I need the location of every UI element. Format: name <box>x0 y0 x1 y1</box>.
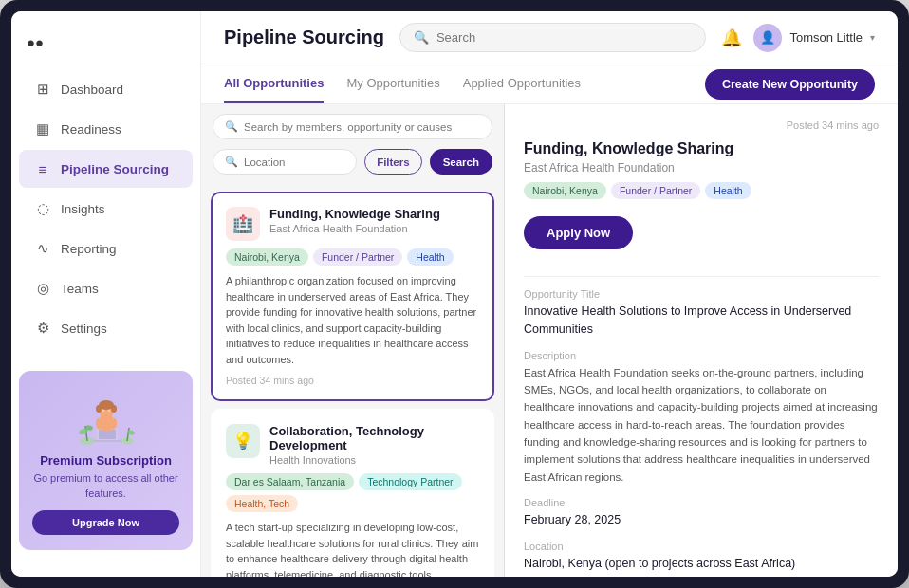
location-label: Location <box>524 541 879 552</box>
tab-applied-opportunities[interactable]: Applied Opportunities <box>463 64 581 103</box>
readiness-icon: ▦ <box>34 120 51 138</box>
create-opportunity-button[interactable]: Create New Opportunity <box>705 69 875 100</box>
detail-title: Funding, Knowledge Sharing <box>524 140 879 157</box>
svg-point-16 <box>108 410 110 412</box>
tag: Nairobi, Kenya <box>524 182 606 199</box>
sidebar-item-reporting[interactable]: ∿ Reporting <box>19 230 193 267</box>
description-field: Description East Africa Health Foundatio… <box>524 350 879 487</box>
left-panel: 🔍 🔍 Filters Search <box>201 104 505 577</box>
location-field: Location Nairobi, Kenya (open to project… <box>524 541 879 573</box>
card-title: Funding, Knowledge Sharing <box>269 207 440 221</box>
premium-description: Go premium to access all other features. <box>32 471 179 501</box>
card-tags: Dar es Salaam, Tanzania Technology Partn… <box>226 473 479 512</box>
sidebar-item-insights[interactable]: ◌ Insights <box>19 190 193 228</box>
right-panel: Posted 34 mins ago Funding, Knowledge Sh… <box>505 104 898 577</box>
card-header: 🏥 Funding, Knowledge Sharing East Africa… <box>226 207 479 241</box>
pipeline-icon: ≡ <box>34 160 51 177</box>
teams-icon: ◎ <box>34 280 51 297</box>
premium-title: Premium Subscription <box>32 453 179 468</box>
opportunity-search-bar[interactable]: 🔍 <box>213 114 492 139</box>
card-org: Health Innovations <box>269 454 479 466</box>
detail-posted-time: Posted 34 mins ago <box>524 119 879 131</box>
opportunity-card[interactable]: 🏥 Funding, Knowledge Sharing East Africa… <box>211 192 494 401</box>
card-header: 💡 Collaboration, Technology Development … <box>226 424 479 466</box>
header-actions: 🔔 👤 Tomson Little ▾ <box>721 24 875 52</box>
detail-tags: Nairobi, Kenya Funder / Partner Health <box>524 182 879 199</box>
sidebar-bottom: Premium Subscription Go premium to acces… <box>11 359 200 561</box>
location-value: Nairobi, Kenya (open to projects across … <box>524 555 879 573</box>
user-chip[interactable]: 👤 Tomson Little ▾ <box>753 24 875 52</box>
svg-point-15 <box>102 410 104 412</box>
sidebar-item-pipeline[interactable]: ≡ Pipeline Sourcing <box>19 150 193 188</box>
card-logo: 🏥 <box>226 207 260 241</box>
sidebar: ●● ⊞ Dashboard ▦ Readiness ≡ Pipeline So… <box>11 11 201 577</box>
header-search-input[interactable] <box>436 30 692 45</box>
filters-button[interactable]: Filters <box>364 149 422 175</box>
tabs-row: All Opportunities My Opportunities Appli… <box>201 64 898 104</box>
cards-list: 🏥 Funding, Knowledge Sharing East Africa… <box>201 184 504 577</box>
tab-all-opportunities[interactable]: All Opportunities <box>224 64 324 103</box>
detail-org: East Africa Health Foundation <box>524 161 879 175</box>
card-time: Posted 34 mins ago <box>226 375 479 386</box>
tab-my-opportunities[interactable]: My Opportunities <box>346 64 439 103</box>
opportunity-card[interactable]: 💡 Collaboration, Technology Development … <box>211 409 494 577</box>
opportunity-title-value: Innovative Health Solutions to Improve A… <box>524 303 879 339</box>
location-search-bar[interactable]: 🔍 <box>213 149 357 175</box>
opportunity-title-field: Opportunity Title Innovative Health Solu… <box>524 288 879 339</box>
premium-box: Premium Subscription Go premium to acces… <box>19 371 193 550</box>
tag: Technology Partner <box>359 473 461 490</box>
reporting-icon: ∿ <box>34 240 51 257</box>
opportunity-search-input[interactable] <box>244 121 480 133</box>
search-icon: 🔍 <box>414 30 429 45</box>
tag: Dar es Salaam, Tanzania <box>226 473 354 490</box>
description-label: Description <box>524 350 879 361</box>
card-logo: 💡 <box>226 424 260 458</box>
user-name: Tomson Little <box>789 30 863 45</box>
top-header: Pipeline Sourcing 🔍 🔔 👤 Tomson Little ▾ <box>201 11 898 64</box>
app-logo: ●● <box>11 27 200 69</box>
svg-point-14 <box>111 405 117 413</box>
divider <box>524 276 879 277</box>
insights-icon: ◌ <box>34 200 51 217</box>
settings-icon: ⚙ <box>34 320 51 337</box>
description-value: East Africa Health Foundation seeks on-t… <box>524 364 879 487</box>
filter-row: 🔍 <box>201 104 504 149</box>
sidebar-item-settings[interactable]: ⚙ Settings <box>19 309 193 347</box>
card-tags: Nairobi, Kenya Funder / Partner Health <box>226 248 479 266</box>
deadline-field: Deadline February 28, 2025 <box>524 497 879 529</box>
tag: Health <box>705 182 751 199</box>
tag: Funder / Partner <box>313 248 402 266</box>
deadline-label: Deadline <box>524 497 879 508</box>
tag: Nairobi, Kenya <box>226 248 308 266</box>
avatar: 👤 <box>753 24 782 52</box>
header-search-bar[interactable]: 🔍 <box>399 23 706 52</box>
card-org: East Africa Health Foundation <box>269 223 440 234</box>
dashboard-icon: ⊞ <box>34 81 51 98</box>
svg-rect-9 <box>93 440 121 442</box>
notification-icon[interactable]: 🔔 <box>721 28 742 48</box>
card-description: A tech start-up specializing in developi… <box>226 520 479 577</box>
tag: Funder / Partner <box>611 182 700 199</box>
chevron-down-icon: ▾ <box>870 32 875 43</box>
page-title: Pipeline Sourcing <box>224 27 384 48</box>
location-input[interactable] <box>244 156 344 168</box>
panels: 🔍 🔍 Filters Search <box>201 104 898 577</box>
location-icon: 🔍 <box>225 156 238 168</box>
sidebar-item-dashboard[interactable]: ⊞ Dashboard <box>19 70 193 108</box>
svg-point-13 <box>96 405 102 413</box>
tag: Health, Tech <box>226 495 298 512</box>
apply-now-button[interactable]: Apply Now <box>524 216 633 249</box>
premium-illustration <box>78 386 135 448</box>
card-description: A philanthropic organization focused on … <box>226 273 479 367</box>
search-button[interactable]: Search <box>430 149 492 175</box>
upgrade-button[interactable]: Upgrade Now <box>32 510 179 535</box>
deadline-value: February 28, 2025 <box>524 511 879 529</box>
main-content: Pipeline Sourcing 🔍 🔔 👤 Tomson Little ▾ <box>201 11 898 577</box>
card-title: Collaboration, Technology Development <box>269 424 479 452</box>
sidebar-item-teams[interactable]: ◎ Teams <box>19 269 193 307</box>
sidebar-item-readiness[interactable]: ▦ Readiness <box>19 110 193 148</box>
location-filter-row: 🔍 Filters Search <box>201 149 504 184</box>
opportunity-title-label: Opportunity Title <box>524 288 879 300</box>
search-icon: 🔍 <box>225 120 238 133</box>
tabs: All Opportunities My Opportunities Appli… <box>224 64 581 103</box>
